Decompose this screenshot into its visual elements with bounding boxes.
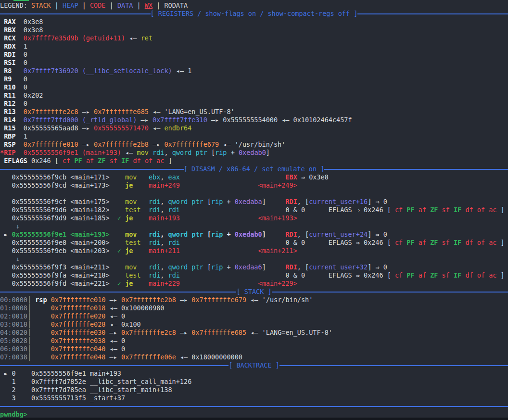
stack-row-01: 01:0008│ 0x7fffffffe018 ◂— 0x100000980 — [0, 304, 508, 312]
disasm-row-main-203: 0x55555556f9eb <main+203> ✓ je main+211 … — [0, 247, 508, 255]
section-header-disasm: [ DISASM / x86-64 / set emulate on ] — [0, 165, 508, 173]
stack-row-03: 03:0018│ 0x7fffffffe028 ◂— 0x100 — [0, 320, 508, 329]
stack-row-00: 00:0000│ rsp 0x7fffffffe010 —▸ 0x7ffffff… — [0, 296, 508, 304]
register-row-r14: R14 0x7ffff7ffd000 (_rtld_global) —▸ 0x7… — [0, 116, 508, 124]
terminal: LEGEND: STACK | HEAP | CODE | DATA | WX … — [0, 0, 508, 420]
legend-item-wx: WX — [145, 1, 152, 9]
legend-item-code: CODE — [90, 1, 106, 9]
disasm-row-main-218: 0x55555556f9fa <main+218> test rdi, rdi … — [0, 271, 508, 280]
disasm-row-main-182: 0x55555556f9d6 <main+182> test rdi, rdi … — [0, 206, 508, 214]
disasm-row-main-221: 0x55555556f9fd <main+221> ✓ je main+229 … — [0, 280, 508, 288]
register-row-rbx: RBX 0x3e8 — [0, 26, 508, 34]
register-row-r13: R13 0x7fffffffe2c8 —▸ 0x7fffffffe685 ◂— … — [0, 108, 508, 116]
divider-line — [0, 402, 508, 410]
register-row-rcx: RCX 0x7ffff7e35d9b (getuid+11) ◂— ret — [0, 34, 508, 42]
stack-row-02: 02:0010│ 0x7fffffffe020 ◂— 0 — [0, 312, 508, 320]
legend-row: LEGEND: STACK | HEAP | CODE | DATA | WX … — [0, 1, 508, 10]
register-row-r8: R8 0x7ffff7f36920 (__libc_setlocale_lock… — [0, 67, 508, 75]
register-row-r9: R9 0 — [0, 75, 508, 83]
bottom-edge — [0, 418, 508, 420]
register-row-r12: R12 0 — [0, 100, 508, 108]
previous-output-fragment — [13, 0, 29, 1]
stack-row-06: 06:0030│ 0x7fffffffe040 ◂— 0 — [0, 345, 508, 353]
disasm-row-main-200: 0x55555556f9e8 <main+200> test rdi, rdi … — [0, 239, 508, 247]
legend-item-data: DATA — [117, 1, 133, 9]
legend-item-rodata: RODATA — [164, 1, 188, 9]
legend-item-stack: STACK — [31, 1, 51, 9]
disasm-row-main-173: 0x55555556f9cd <main+173> je main+249 <m… — [0, 181, 508, 190]
prompt-label: pwndbg> — [0, 410, 27, 418]
register-row-rsi: RSI 0 — [0, 59, 508, 67]
register-row-rbp: RBP 1 — [0, 132, 508, 140]
register-row-r15: R15 0x55555565aad8 —▸ 0x555555571470 ◂— … — [0, 124, 508, 132]
register-row-eflags: EFLAGS 0x246 [ cf PF af ZF sf IF df of a… — [0, 157, 508, 165]
stack-row-07: 07:0038│ 0x7fffffffe048 —▸ 0x7fffffffe06… — [0, 353, 508, 361]
section-header-stack: [ STACK ] — [0, 288, 508, 296]
disasm-gap — [0, 190, 508, 198]
section-stack: [ STACK ]00:0000│ rsp 0x7fffffffe010 —▸ … — [0, 288, 508, 361]
register-row-rip: *RIP 0x55555556f9e1 (main+193) ◂— mov rd… — [0, 149, 508, 157]
disasm-row-main-175: 0x55555556f9cf <main+175> mov rdi, qword… — [0, 198, 508, 206]
section-header-backtrace: [ BACKTRACE ] — [0, 361, 508, 369]
disasm-row-main-171: 0x55555556f9cb <main+171> mov ebx, eax E… — [0, 173, 508, 181]
disasm-row-main-211: 0x55555556f9f3 <main+211> mov rdi, qword… — [0, 263, 508, 271]
terminal-sections: [ REGISTERS / show-flags on / show-compa… — [0, 10, 508, 410]
section-header-registers: [ REGISTERS / show-flags on / show-compa… — [0, 10, 508, 18]
register-row-r10: R10 0 — [0, 83, 508, 91]
section-backtrace: [ BACKTRACE ] ► 0 0x55555556f9e1 main+19… — [0, 361, 508, 402]
backtrace-frame-0: ► 0 0x55555556f9e1 main+193 — [0, 369, 508, 378]
register-row-rax: RAX 0x3e8 — [0, 18, 508, 26]
register-row-rdi: RDI 0 — [0, 51, 508, 59]
register-row-rdx: RDX 1 — [0, 42, 508, 51]
disasm-flow-arrow: ↓ — [0, 222, 508, 230]
disasm-row-main-185: 0x55555556f9d9 <main+185> ✓ je main+193 … — [0, 214, 508, 222]
section-disasm: [ DISASM / x86-64 / set emulate on ] 0x5… — [0, 165, 508, 288]
section-registers: [ REGISTERS / show-flags on / show-compa… — [0, 10, 508, 165]
register-row-r11: R11 0x202 — [0, 91, 508, 100]
legend-item-heap: HEAP — [63, 1, 78, 9]
stack-row-04: 04:0020│ 0x7fffffffe030 —▸ 0x7fffffffe2c… — [0, 329, 508, 337]
section-prompt-divider — [0, 402, 508, 410]
stack-row-05: 05:0028│ 0x7fffffffe038 ◂— 0 — [0, 337, 508, 345]
backtrace-frame-2: 2 0x7ffff7d785ea __libc_start_main+138 — [0, 386, 508, 394]
register-row-rsp: RSP 0x7fffffffe010 —▸ 0x7fffffffe2b8 —▸ … — [0, 140, 508, 149]
disasm-row-main-193-current: ► 0x55555556f9e1 <main+193> mov rdi, qwo… — [0, 230, 508, 239]
backtrace-frame-3: 3 0x5555555713f5 _start+37 — [0, 394, 508, 402]
backtrace-frame-1: 1 0x7ffff7d7852e __libc_start_call_main+… — [0, 378, 508, 386]
disasm-flow-arrow-2: ↓ — [0, 255, 508, 263]
